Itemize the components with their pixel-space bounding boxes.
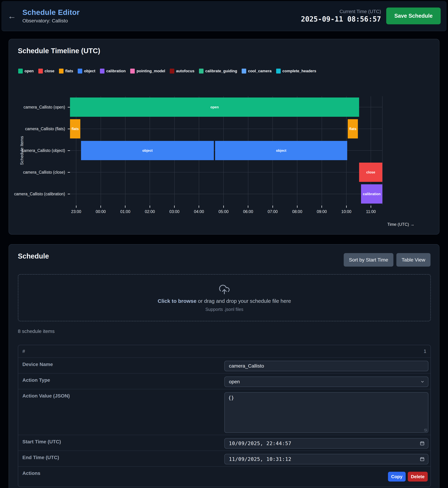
dropzone-instruction: Click to browse or drag and drop your sc…	[158, 298, 291, 304]
upload-cloud-icon	[219, 284, 230, 295]
timeline-bar-open[interactable]: open	[70, 97, 359, 117]
table-view-button[interactable]: Table View	[396, 253, 431, 267]
x-axis-tick	[371, 206, 371, 208]
end-time-input[interactable]	[224, 454, 428, 464]
h-gridline	[70, 129, 382, 129]
y-axis-tick	[68, 129, 70, 129]
schedule-items-count: 8 schedule items	[18, 328, 55, 334]
page-title: Schedule Editor	[22, 8, 80, 17]
bar-label: flats	[349, 127, 356, 131]
action-type-selected-value: open	[229, 379, 240, 384]
delete-item-button[interactable]: Delete	[408, 472, 428, 481]
x-axis-tick	[321, 206, 322, 208]
sort-by-start-time-button[interactable]: Sort by Start Time	[344, 253, 393, 267]
start-time-label: Start Time (UTC)	[22, 439, 61, 445]
y-axis-tick	[68, 150, 70, 151]
x-tick-label: 04:00	[191, 209, 207, 214]
copy-item-button[interactable]: Copy	[388, 472, 406, 481]
x-axis-tick	[199, 206, 199, 208]
app-header: ← Schedule Editor Observatory: Callisto …	[1, 1, 447, 31]
x-axis-tick	[100, 206, 101, 208]
action-value-row: Action Value (JSON) {}	[18, 389, 431, 435]
header-titles: Schedule Editor Observatory: Callisto	[22, 8, 80, 24]
actions-label: Actions	[22, 471, 40, 476]
x-tick-label: 06:00	[240, 209, 256, 214]
dropzone-instruction-rest: or drag and drop your schedule file here	[197, 298, 291, 304]
device-name-row: Device Name	[18, 357, 431, 373]
item-index-value: 1	[424, 349, 426, 354]
start-time-row: Start Time (UTC)	[18, 435, 431, 450]
x-tick-label: 00:00	[93, 209, 109, 214]
action-type-label: Action Type	[22, 377, 50, 383]
timeline-bar-close[interactable]: close	[359, 163, 382, 182]
current-time-label: Current Time (UTC)	[301, 9, 381, 14]
x-axis-title: Time (UTC) →	[387, 222, 414, 227]
bar-label: close	[366, 170, 375, 174]
bar-label: object	[142, 149, 152, 153]
x-axis-tick	[150, 206, 150, 208]
action-value-textarea[interactable]: {}	[224, 392, 428, 433]
calendar-icon[interactable]	[420, 441, 424, 446]
action-type-select[interactable]: open	[224, 376, 428, 387]
action-value-label: Action Value (JSON)	[22, 393, 70, 399]
y-axis-tick	[68, 172, 70, 173]
start-time-input[interactable]	[224, 438, 428, 449]
y-axis-tick	[68, 107, 70, 107]
x-tick-label: 11:00	[363, 209, 379, 214]
page-subtitle: Observatory: Callisto	[22, 18, 80, 24]
bar-label: object	[276, 149, 286, 153]
textarea-resize-handle[interactable]	[424, 429, 427, 432]
bar-label: flats	[72, 127, 79, 131]
x-axis-tick	[248, 206, 248, 208]
x-tick-label: 23:00	[68, 209, 84, 214]
schedule-card: Schedule Sort by Start Time Table View C…	[8, 244, 440, 488]
bar-label: calibration	[363, 192, 381, 196]
schedule-item-card: # 1 Device Name Action Type open Action …	[18, 345, 431, 487]
x-tick-label: 03:00	[167, 209, 182, 214]
x-tick-label: 01:00	[117, 209, 133, 214]
timeline-bar-flats[interactable]: flats	[70, 119, 80, 138]
dropzone-supports-note: Supports .jsonl files	[205, 307, 243, 312]
x-axis-tick	[125, 206, 126, 208]
back-button[interactable]: ←	[8, 11, 20, 21]
x-axis-tick	[174, 206, 175, 208]
y-axis-label: camera_Callisto (close)	[23, 169, 65, 175]
file-dropzone[interactable]: Click to browse or drag and drop your sc…	[18, 274, 431, 321]
device-name-input[interactable]	[224, 361, 428, 371]
x-tick-label: 07:00	[265, 209, 280, 214]
x-axis-tick	[76, 206, 76, 208]
action-type-row: Action Type open	[18, 373, 431, 389]
timeline-bar-object[interactable]: object	[215, 141, 347, 160]
end-time-row: End Time (UTC)	[18, 450, 431, 466]
timeline-bar-object[interactable]: object	[81, 141, 214, 160]
click-to-browse-link[interactable]: Click to browse	[158, 298, 197, 304]
current-time-value: 2025-09-11 08:56:57	[301, 15, 381, 23]
y-axis-label: camera_Callisto (flats)	[25, 126, 65, 132]
y-axis-label: camera_Callisto (calibration)	[14, 191, 65, 197]
item-index-row: # 1	[18, 345, 431, 357]
actions-row: Actions Copy Delete	[18, 466, 431, 487]
y-axis-tick	[68, 194, 70, 194]
timeline-bar-flats[interactable]: flats	[348, 119, 358, 138]
y-axis-label: camera_Callisto (object)	[22, 148, 65, 153]
current-time-block: Current Time (UTC) 2025-09-11 08:56:57	[301, 9, 381, 23]
index-column-header: #	[22, 349, 25, 354]
x-tick-label: 09:00	[314, 209, 330, 214]
x-axis-tick	[297, 206, 297, 208]
save-schedule-button[interactable]: Save Schedule	[386, 8, 441, 24]
end-time-label: End Time (UTC)	[22, 455, 59, 460]
device-name-label: Device Name	[22, 362, 53, 367]
x-axis-tick	[272, 206, 273, 208]
y-axis-label: camera_Callisto (open)	[24, 104, 65, 110]
h-gridline	[70, 172, 382, 172]
back-arrow-icon: ←	[8, 11, 16, 21]
schedule-header-buttons: Sort by Start Time Table View	[344, 253, 431, 267]
x-tick-label: 10:00	[338, 209, 354, 214]
timeline-chart: Schedule Items Time (UTC) → camera_Calli…	[9, 39, 439, 234]
timeline-bar-calibration[interactable]: calibration	[361, 184, 382, 204]
calendar-icon[interactable]	[420, 457, 424, 461]
timeline-card: Schedule Timeline (UTC) opencloseflatsob…	[8, 39, 440, 235]
bar-label: open	[210, 105, 219, 109]
chevron-down-icon	[420, 380, 424, 384]
x-axis-tick	[223, 206, 224, 208]
